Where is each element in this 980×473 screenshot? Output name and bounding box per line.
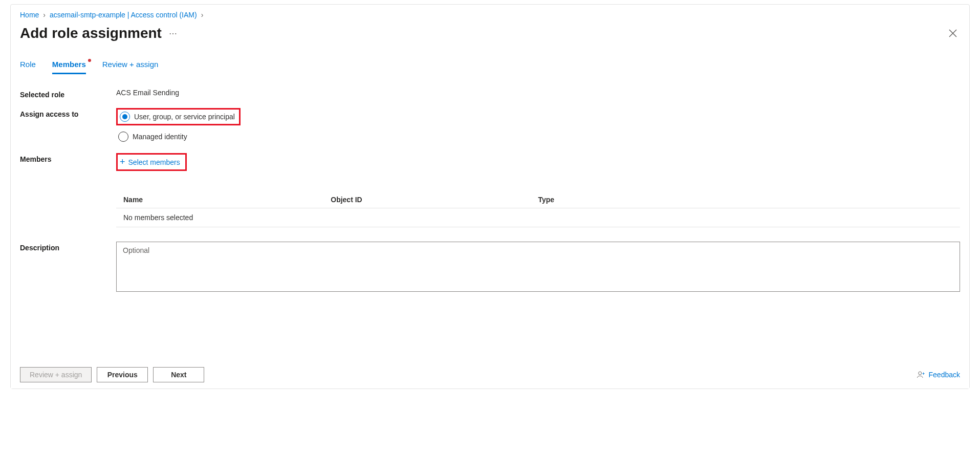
chevron-right-icon: › bbox=[201, 11, 204, 19]
feedback-icon bbox=[917, 370, 926, 379]
members-table-header: Name Object ID Type bbox=[116, 191, 960, 208]
tab-members-label: Members bbox=[52, 60, 86, 69]
chevron-right-icon: › bbox=[43, 11, 46, 19]
description-label: Description bbox=[20, 242, 116, 252]
previous-button[interactable]: Previous bbox=[97, 367, 148, 382]
svg-point-2 bbox=[918, 372, 921, 375]
breadcrumb: Home › acsemail-smtp-example | Access co… bbox=[20, 9, 960, 19]
radio-icon bbox=[118, 132, 128, 142]
assign-access-label: Assign access to bbox=[20, 108, 116, 118]
radio-managed-identity[interactable]: Managed identity bbox=[116, 130, 191, 144]
members-table: Name Object ID Type No members selected bbox=[116, 191, 960, 227]
description-input[interactable] bbox=[116, 242, 960, 292]
select-members-label: Select members bbox=[128, 158, 180, 166]
tab-role[interactable]: Role bbox=[20, 60, 36, 74]
column-object-id: Object ID bbox=[331, 196, 538, 204]
tab-members[interactable]: Members bbox=[52, 60, 86, 74]
tab-review-assign[interactable]: Review + assign bbox=[102, 60, 159, 74]
feedback-link[interactable]: Feedback bbox=[917, 370, 960, 379]
radio-managed-label: Managed identity bbox=[133, 133, 187, 141]
next-button[interactable]: Next bbox=[153, 367, 204, 382]
breadcrumb-resource[interactable]: acsemail-smtp-example | Access control (… bbox=[50, 11, 197, 19]
column-type: Type bbox=[538, 196, 953, 204]
column-name: Name bbox=[123, 196, 331, 204]
radio-user-label: User, group, or service principal bbox=[134, 113, 235, 121]
tab-bar: Role Members Review + assign bbox=[20, 60, 960, 74]
selected-role-value: ACS Email Sending bbox=[116, 89, 960, 97]
members-empty-message: No members selected bbox=[116, 208, 960, 227]
more-icon[interactable]: ⋯ bbox=[169, 29, 177, 38]
close-button[interactable] bbox=[946, 26, 960, 40]
members-label: Members bbox=[20, 153, 116, 163]
close-icon bbox=[949, 29, 957, 37]
footer-bar: Review + assign Previous Next Feedback bbox=[11, 361, 969, 389]
plus-icon: + bbox=[120, 157, 125, 167]
breadcrumb-home[interactable]: Home bbox=[20, 11, 39, 19]
radio-user-group-principal[interactable]: User, group, or service principal bbox=[116, 108, 241, 125]
selected-role-label: Selected role bbox=[20, 89, 116, 99]
feedback-label: Feedback bbox=[929, 371, 960, 379]
select-members-button[interactable]: + Select members bbox=[116, 153, 187, 171]
page-title: Add role assignment bbox=[20, 25, 162, 41]
radio-icon bbox=[120, 112, 130, 122]
review-assign-button[interactable]: Review + assign bbox=[20, 367, 92, 382]
tab-indicator-dot bbox=[88, 59, 91, 62]
